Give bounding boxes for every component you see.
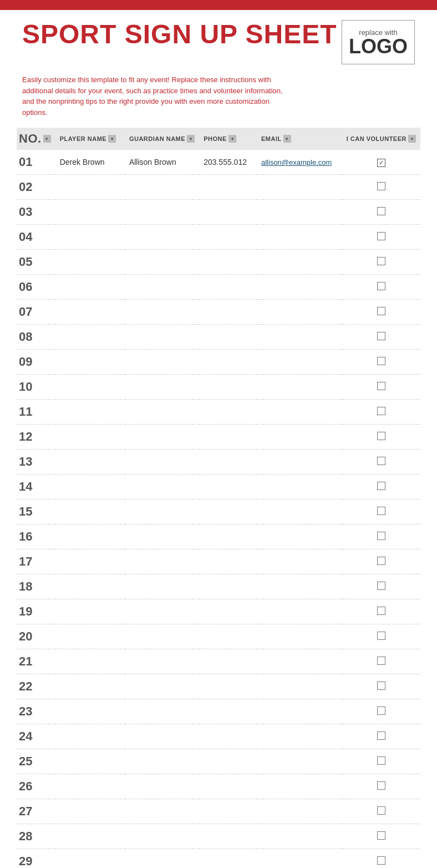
checkbox-empty-icon[interactable] <box>377 382 385 390</box>
cell-guardian-name <box>125 549 199 574</box>
no-dropdown-icon[interactable]: ▾ <box>43 135 51 143</box>
checkbox-empty-icon[interactable] <box>377 731 385 740</box>
cell-volunteer[interactable] <box>342 375 420 400</box>
cell-email <box>257 699 342 724</box>
checkbox-empty-icon[interactable] <box>377 457 385 465</box>
cell-phone <box>199 450 257 475</box>
cell-player-name <box>55 799 125 824</box>
table-row: 09 <box>17 350 420 375</box>
cell-volunteer[interactable] <box>342 774 420 799</box>
checkbox-empty-icon[interactable] <box>377 357 385 365</box>
cell-volunteer[interactable] <box>342 724 420 749</box>
checkbox-empty-icon[interactable] <box>377 182 385 190</box>
cell-player-name <box>55 574 125 599</box>
cell-volunteer[interactable] <box>342 450 420 475</box>
checkbox-empty-icon[interactable] <box>377 806 385 815</box>
checkbox-empty-icon[interactable] <box>377 307 385 315</box>
checkbox-empty-icon[interactable] <box>377 831 385 840</box>
cell-volunteer[interactable] <box>342 300 420 325</box>
volunteer-dropdown-icon[interactable]: ▾ <box>408 135 416 143</box>
checkbox-empty-icon[interactable] <box>377 657 385 665</box>
cell-no: 02 <box>17 175 55 200</box>
checkbox-empty-icon[interactable] <box>377 756 385 765</box>
checkbox-empty-icon[interactable] <box>377 557 385 565</box>
cell-player-name <box>55 499 125 524</box>
cell-volunteer[interactable] <box>342 425 420 450</box>
checkbox-empty-icon[interactable] <box>377 781 385 790</box>
cell-player-name <box>55 849 125 869</box>
cell-volunteer[interactable] <box>342 499 420 524</box>
checkbox-empty-icon[interactable] <box>377 282 385 290</box>
cell-no: 01 <box>17 150 55 175</box>
cell-volunteer[interactable] <box>342 400 420 425</box>
cell-volunteer[interactable] <box>342 624 420 649</box>
checkbox-checked-icon[interactable]: ✓ <box>377 159 385 167</box>
cell-volunteer[interactable] <box>342 275 420 300</box>
cell-volunteer[interactable] <box>342 799 420 824</box>
cell-player-name <box>55 524 125 549</box>
cell-phone <box>199 624 257 649</box>
cell-player-name <box>55 250 125 275</box>
cell-email <box>257 674 342 699</box>
table-row: 22 <box>17 674 420 699</box>
cell-volunteer[interactable] <box>342 699 420 724</box>
cell-guardian-name <box>125 275 199 300</box>
cell-volunteer[interactable] <box>342 200 420 225</box>
table-row: 07 <box>17 300 420 325</box>
checkbox-empty-icon[interactable] <box>377 532 385 540</box>
cell-volunteer[interactable] <box>342 599 420 624</box>
cell-no: 28 <box>17 824 55 849</box>
cell-no: 21 <box>17 649 55 674</box>
cell-volunteer[interactable] <box>342 250 420 275</box>
checkbox-empty-icon[interactable] <box>377 232 385 240</box>
email-link[interactable]: allison@example.com <box>261 158 332 166</box>
cell-volunteer[interactable] <box>342 475 420 499</box>
checkbox-empty-icon[interactable] <box>377 407 385 415</box>
guardian-name-dropdown-icon[interactable]: ▾ <box>187 135 195 143</box>
cell-phone <box>199 175 257 200</box>
table-row: 16 <box>17 524 420 549</box>
table-row: 12 <box>17 425 420 450</box>
checkbox-empty-icon[interactable] <box>377 332 385 340</box>
cell-player-name <box>55 599 125 624</box>
cell-volunteer[interactable] <box>342 749 420 774</box>
checkbox-empty-icon[interactable] <box>377 682 385 690</box>
cell-email <box>257 524 342 549</box>
cell-volunteer[interactable] <box>342 325 420 350</box>
table-row: 17 <box>17 549 420 574</box>
checkbox-empty-icon[interactable] <box>377 432 385 440</box>
checkbox-empty-icon[interactable] <box>377 257 385 265</box>
checkbox-empty-icon[interactable] <box>377 482 385 490</box>
cell-guardian-name <box>125 350 199 375</box>
checkbox-empty-icon[interactable] <box>377 582 385 590</box>
cell-volunteer[interactable] <box>342 225 420 250</box>
checkbox-empty-icon[interactable] <box>377 507 385 515</box>
cell-volunteer[interactable] <box>342 524 420 549</box>
cell-volunteer[interactable] <box>342 849 420 869</box>
cell-volunteer[interactable] <box>342 824 420 849</box>
cell-email <box>257 375 342 400</box>
cell-volunteer[interactable] <box>342 175 420 200</box>
cell-guardian-name <box>125 749 199 774</box>
cell-volunteer[interactable] <box>342 350 420 375</box>
cell-email <box>257 225 342 250</box>
checkbox-empty-icon[interactable] <box>377 706 385 715</box>
table-row: 23 <box>17 699 420 724</box>
cell-no: 13 <box>17 450 55 475</box>
checkbox-empty-icon[interactable] <box>377 632 385 640</box>
cell-no: 08 <box>17 325 55 350</box>
email-dropdown-icon[interactable]: ▾ <box>283 135 291 143</box>
checkbox-empty-icon[interactable] <box>377 207 385 215</box>
checkbox-empty-icon[interactable] <box>377 607 385 615</box>
cell-email <box>257 475 342 499</box>
cell-volunteer[interactable] <box>342 674 420 699</box>
checkbox-empty-icon[interactable] <box>377 856 385 865</box>
cell-volunteer[interactable]: ✓ <box>342 150 420 175</box>
cell-volunteer[interactable] <box>342 649 420 674</box>
cell-guardian-name <box>125 599 199 624</box>
player-name-dropdown-icon[interactable]: ▾ <box>108 135 116 143</box>
cell-player-name <box>55 674 125 699</box>
cell-volunteer[interactable] <box>342 549 420 574</box>
phone-dropdown-icon[interactable]: ▾ <box>228 135 236 143</box>
cell-volunteer[interactable] <box>342 574 420 599</box>
